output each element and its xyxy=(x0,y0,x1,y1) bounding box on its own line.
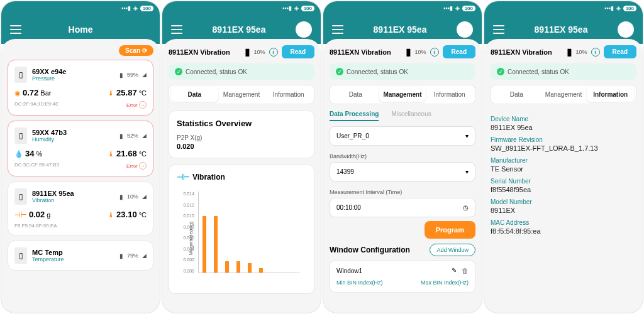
arrow-icon[interactable]: → xyxy=(139,101,147,109)
tab-data[interactable]: Data xyxy=(493,87,540,102)
tab-data[interactable]: Data xyxy=(332,87,379,102)
vibration-icon: ⊣⊢ xyxy=(177,173,189,181)
program-button[interactable]: Program xyxy=(425,221,475,239)
battery-icon: ▮ xyxy=(245,46,250,58)
phone-information: ▪▪▪▮◈100 8911EX 95ea ▯ 8911EXN Vibration… xyxy=(484,1,643,313)
info-icon[interactable]: i xyxy=(591,48,600,57)
tab-information[interactable]: Information xyxy=(587,87,634,102)
info-label: Device Name xyxy=(491,116,636,122)
read-button[interactable]: Read xyxy=(604,45,636,58)
device-card[interactable]: ▯ 8911EX 95eaVibration ▮10%◢ ⊣⊢0.02g 🌡23… xyxy=(8,181,153,236)
tab-management[interactable]: Management xyxy=(218,87,265,102)
read-button[interactable]: Read xyxy=(282,45,314,58)
info-value: 8911EX 95ea xyxy=(491,124,636,131)
device-icon: ▯ xyxy=(14,127,27,144)
phone-management: ▪▪▪▮◈100 8911EX 95ea ▯ 8911EXN Vibration… xyxy=(323,1,482,313)
read-button[interactable]: Read xyxy=(443,45,475,58)
menu-icon[interactable] xyxy=(10,25,21,34)
phone-data: ▪▪▪▮◈100 8911EX 95ea ▯ 8911EXN Vibration… xyxy=(162,1,321,313)
device-icon: ▯ xyxy=(14,67,27,83)
interval-field[interactable]: 00:10:00◷ xyxy=(330,198,475,217)
page-title: Home xyxy=(29,24,132,35)
clock-icon: ◷ xyxy=(463,204,469,211)
signal-icon: ◢ xyxy=(142,72,147,78)
trash-icon[interactable]: 🗑 xyxy=(462,267,469,274)
tab-information[interactable]: Information xyxy=(265,87,312,102)
chevron-down-icon: ▾ xyxy=(465,133,469,139)
chevron-down-icon: ▾ xyxy=(465,168,469,175)
signal-icon: ▪▪▪▮ xyxy=(121,5,131,11)
window-panel: Window1✎🗑 Min BIN Index(Hz)Max BIN Index… xyxy=(330,260,475,293)
info-label: Model Number xyxy=(491,198,636,205)
wifi-icon: ◈ xyxy=(133,5,138,11)
battery-icon: ▮ xyxy=(119,72,123,78)
info-list: Device Name8911EX 95eaFirmware RevisionS… xyxy=(491,111,636,235)
thermometer-icon: 🌡 xyxy=(108,89,114,97)
edit-icon[interactable]: ✎ xyxy=(452,267,457,274)
scan-button[interactable]: Scan ⟳ xyxy=(119,45,153,56)
status-banner: ✓Connected, status OK xyxy=(169,63,314,80)
gauge-icon: ◉ xyxy=(14,89,21,97)
info-value: f8:f5:54:8f:95:ea xyxy=(491,227,636,235)
subtab-data-processing[interactable]: Data Processing xyxy=(330,111,379,121)
status-bar: ▪▪▪▮ ◈ 100 xyxy=(1,1,160,15)
vibration-chart: Magnitude(mg) 0.0140.0120.0100.0080.0060… xyxy=(177,185,306,286)
info-icon[interactable]: i xyxy=(430,48,439,57)
tab-management[interactable]: Management xyxy=(540,87,587,102)
tab-data[interactable]: Data xyxy=(171,87,218,102)
device-card[interactable]: ▯ 59XX 47b3Humidity ▮52%◢ 💧34% 🌡21.68°C … xyxy=(8,121,153,176)
bandwidth-select[interactable]: 14399▾ xyxy=(330,162,475,181)
info-value: SW_8911EX-FFT_LORA-B_1.7.13 xyxy=(491,144,636,152)
info-value: TE Sensor xyxy=(491,165,636,173)
tab-information[interactable]: Information xyxy=(426,87,473,102)
avatar[interactable]: ▯ xyxy=(296,21,312,38)
info-label: Manufacturer xyxy=(491,157,636,164)
info-label: Serial Number xyxy=(491,178,636,185)
menu-icon[interactable] xyxy=(332,25,343,34)
info-label: MAC Address xyxy=(491,219,636,226)
info-value: f8f5548f95ea xyxy=(491,186,636,193)
device-card[interactable]: ▯ 69XX e94ePressure ▮59%◢ ◉0.72Bar 🌡25.8… xyxy=(8,60,153,116)
battery-badge: 100 xyxy=(140,6,153,11)
tabs: Data Management Information xyxy=(169,85,314,104)
info-icon[interactable]: i xyxy=(269,48,278,57)
device-card[interactable]: ▯ MC TempTemperature ▮79%◢ xyxy=(8,241,153,271)
menu-icon[interactable] xyxy=(493,25,504,34)
subtab-misc[interactable]: Miscellaneous xyxy=(391,111,431,121)
vibration-panel: ⊣⊢Vibration Magnitude(mg) 0.0140.0120.01… xyxy=(169,165,314,294)
data-processing-select[interactable]: User_PR_0▾ xyxy=(330,126,475,146)
avatar[interactable]: ▯ xyxy=(457,21,473,38)
check-icon: ✓ xyxy=(175,68,182,75)
info-label: Firmware Revision xyxy=(491,136,636,143)
content: Scan ⟳ ▯ 69XX e94ePressure ▮59%◢ ◉0.72Ba… xyxy=(1,39,160,313)
phone-home: ▪▪▪▮ ◈ 100 Home Scan ⟳ ▯ 69XX e94ePressu… xyxy=(1,1,160,313)
tab-management[interactable]: Management xyxy=(379,87,426,102)
info-value: 8911EX xyxy=(491,207,636,214)
add-window-button[interactable]: Add Window xyxy=(430,244,475,256)
avatar[interactable]: ▯ xyxy=(618,21,634,38)
stats-panel: Statistics Overview P2P X(g) 0.020 xyxy=(169,111,314,158)
menu-icon[interactable] xyxy=(171,25,182,34)
